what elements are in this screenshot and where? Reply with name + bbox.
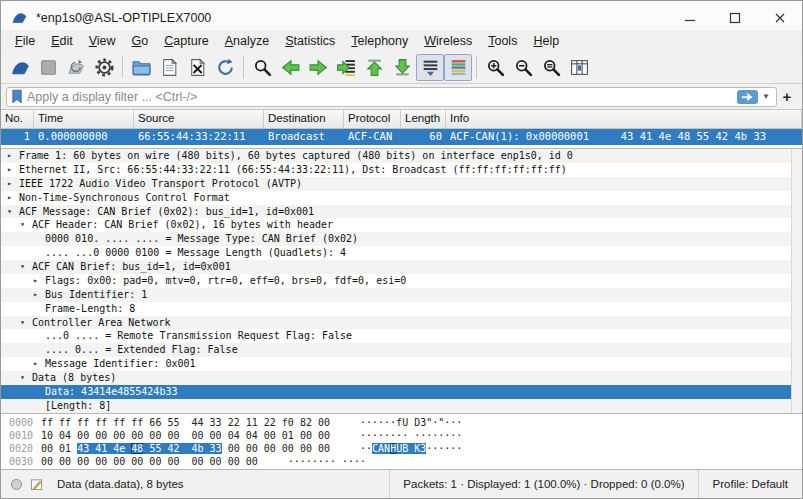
menu-help[interactable]: Help <box>525 33 567 49</box>
apply-filter-button[interactable] <box>737 90 758 104</box>
detail-text: Controller Area Network <box>32 316 170 330</box>
detail-row[interactable]: ▾ACF Message: CAN Brief (0x02): bus_id=1… <box>1 205 802 219</box>
minimize-button[interactable] <box>667 5 712 30</box>
start-capture-button[interactable] <box>6 54 34 81</box>
save-file-button[interactable] <box>155 54 183 81</box>
expert-info-icon[interactable] <box>10 478 23 491</box>
resize-columns-button[interactable] <box>565 54 593 81</box>
expand-icon[interactable]: ▸ <box>33 274 45 288</box>
menu-statistics[interactable]: Statistics <box>277 33 343 49</box>
column-header-protocol[interactable]: Protocol <box>344 110 401 128</box>
no-expander <box>33 399 45 413</box>
restart-capture-button[interactable] <box>62 54 90 81</box>
detail-row[interactable]: 0000 010. .... .... = Message Type: CAN … <box>1 232 802 246</box>
collapse-icon[interactable]: ▾ <box>20 260 32 274</box>
capture-options-button[interactable] <box>90 54 118 81</box>
detail-row[interactable]: .... ...0 0000 0100 = Message Length (Qu… <box>1 246 802 260</box>
hex-ascii: ········ ···· <box>288 455 366 468</box>
filter-dropdown-caret[interactable]: ▼ <box>762 92 770 101</box>
open-file-button[interactable] <box>127 54 155 81</box>
detail-row[interactable]: ▸IEEE 1722 Audio Video Transport Protoco… <box>1 177 802 191</box>
detail-row[interactable]: [Length: 8] <box>1 399 802 413</box>
detail-text: Flags: 0x00: pad=0, mtv=0, rtr=0, eff=0,… <box>45 274 406 288</box>
hex-row[interactable]: 002000 01 43 41 4e 48 55 42 4b 33 00 00 … <box>1 442 802 455</box>
expand-icon[interactable]: ▸ <box>7 163 19 177</box>
menu-wireless[interactable]: Wireless <box>416 33 480 49</box>
collapse-icon[interactable]: ▾ <box>20 371 32 385</box>
column-header-no[interactable]: No. <box>1 110 34 128</box>
collapse-icon[interactable]: ▾ <box>20 218 32 232</box>
expand-icon[interactable]: ▸ <box>33 357 45 371</box>
menu-file[interactable]: File <box>7 33 43 49</box>
collapse-icon[interactable]: ▾ <box>7 205 19 219</box>
normal-size-button[interactable] <box>537 54 565 81</box>
hex-row[interactable]: 003000 00 00 00 00 00 00 00 00 00 00 00·… <box>1 455 802 468</box>
detail-row[interactable]: Data: 43414e4855424b33 <box>1 385 802 399</box>
hex-row[interactable]: 0000ff ff ff ff ff ff 66 55 44 33 22 11 … <box>1 416 802 429</box>
go-to-top-button[interactable] <box>360 54 388 81</box>
detail-row[interactable]: .... 0... = Extended Flag: False <box>1 343 802 357</box>
display-filter-input[interactable] <box>23 90 737 104</box>
stop-capture-button[interactable] <box>34 54 62 81</box>
detail-row[interactable]: ▸Ethernet II, Src: 66:55:44:33:22:11 (66… <box>1 163 802 177</box>
column-header-info[interactable]: Info <box>446 110 802 128</box>
go-to-bottom-button[interactable] <box>388 54 416 81</box>
detail-text: Data: 43414e4855424b33 <box>45 385 177 399</box>
zoom-out-button[interactable] <box>509 54 537 81</box>
expand-icon[interactable]: ▸ <box>33 288 45 302</box>
detail-text: ACF Header: CAN Brief (0x02), 16 bytes w… <box>32 218 333 232</box>
detail-row[interactable]: ▾Data (8 bytes) <box>1 371 802 385</box>
menu-telephony[interactable]: Telephony <box>343 33 416 49</box>
menu-tools[interactable]: Tools <box>480 33 525 49</box>
column-header-length[interactable]: Length <box>401 110 446 128</box>
go-back-button[interactable] <box>276 54 304 81</box>
detail-row[interactable]: ▾Controller Area Network <box>1 316 802 330</box>
maximize-button[interactable] <box>712 5 757 30</box>
detail-row[interactable]: ...0 .... = Remote Transmission Request … <box>1 329 802 343</box>
detail-row[interactable]: ▸Message Identifier: 0x001 <box>1 357 802 371</box>
reload-file-button[interactable] <box>211 54 239 81</box>
auto-scroll-button[interactable] <box>416 54 444 81</box>
detail-row[interactable]: Frame-Length: 8 <box>1 302 802 316</box>
expand-icon[interactable]: ▸ <box>7 177 19 191</box>
go-forward-button[interactable] <box>304 54 332 81</box>
collapse-icon[interactable]: ▾ <box>20 316 32 330</box>
close-file-button[interactable] <box>183 54 211 81</box>
colorize-button[interactable] <box>444 54 472 81</box>
add-filter-button[interactable]: + <box>777 88 797 105</box>
auto-scroll-icon <box>420 57 441 78</box>
packet-cell-no: 1 <box>1 129 34 145</box>
find-packet-button[interactable] <box>248 54 276 81</box>
packet-row[interactable]: 10.00000000066:55:44:33:22:11BroadcastAC… <box>1 129 802 145</box>
expand-icon[interactable]: ▸ <box>7 191 19 205</box>
hex-row[interactable]: 001010 04 00 00 00 00 00 00 00 00 04 04 … <box>1 429 802 442</box>
menu-analyze[interactable]: Analyze <box>217 33 277 49</box>
details-scrollbar[interactable] <box>791 149 802 413</box>
bookmark-icon[interactable] <box>11 89 23 104</box>
menu-view[interactable]: View <box>81 33 124 49</box>
column-header-destination[interactable]: Destination <box>264 110 344 128</box>
expand-icon[interactable]: ▸ <box>7 149 19 163</box>
detail-row[interactable]: ▾ACF Header: CAN Brief (0x02), 16 bytes … <box>1 218 802 232</box>
hex-ascii: ······fU D3"·"··· <box>360 416 462 429</box>
column-header-time[interactable]: Time <box>34 110 134 128</box>
detail-row[interactable]: ▸Bus Identifier: 1 <box>1 288 802 302</box>
packet-cell-protocol: ACF-CAN <box>344 129 401 145</box>
detail-row[interactable]: ▾ACF CAN Brief: bus_id=1, id=0x001 <box>1 260 802 274</box>
hex-offset: 0000 <box>9 416 39 429</box>
go-to-packet-button[interactable] <box>332 54 360 81</box>
menu-go[interactable]: Go <box>124 33 157 49</box>
detail-row[interactable]: ▸Frame 1: 60 bytes on wire (480 bits), 6… <box>1 149 802 163</box>
detail-row[interactable]: ▸Non-Time-Synchronous Control Format <box>1 191 802 205</box>
packet-list-header: No.TimeSourceDestinationProtocolLengthIn… <box>1 110 802 129</box>
status-profile[interactable]: Profile: Default <box>698 470 802 498</box>
column-header-source[interactable]: Source <box>134 110 264 128</box>
menu-capture[interactable]: Capture <box>156 33 216 49</box>
close-button[interactable] <box>757 5 802 30</box>
display-filter-field[interactable]: ▼ <box>6 87 777 107</box>
zoom-in-button[interactable] <box>481 54 509 81</box>
capture-comment-icon[interactable] <box>30 478 43 491</box>
menu-edit[interactable]: Edit <box>43 33 81 49</box>
detail-row[interactable]: ▸Flags: 0x00: pad=0, mtv=0, rtr=0, eff=0… <box>1 274 802 288</box>
hex-offset: 0030 <box>9 455 39 468</box>
